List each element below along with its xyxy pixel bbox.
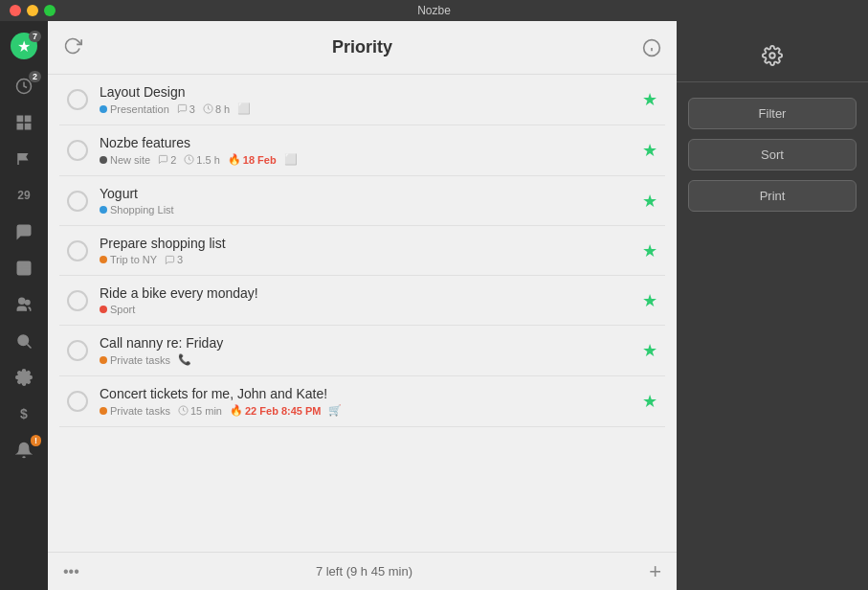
task-checkbox[interactable] (67, 290, 88, 311)
gear-icon (762, 45, 783, 66)
tasks-count: 7 left (9 h 45 min) (316, 564, 412, 579)
sidebar-item-settings[interactable] (5, 360, 43, 395)
svg-rect-6 (17, 261, 31, 275)
task-checkbox[interactable] (67, 340, 88, 361)
cart-icon: 🛒 (328, 404, 342, 417)
comment-icon (165, 255, 175, 265)
task-due: 🔥 18 Feb (228, 153, 277, 166)
project-name: Private tasks (110, 354, 170, 366)
task-item[interactable]: Concert tickets for me, John and Kate! P… (59, 376, 665, 427)
sidebar-item-search[interactable] (5, 324, 43, 358)
task-item[interactable]: Layout Design Presentation 3 8 h (59, 75, 665, 125)
more-options-button[interactable]: ••• (63, 563, 79, 580)
task-meta: Private tasks 📞 (100, 353, 634, 366)
calendar-icon: 29 (17, 189, 30, 202)
priority-badge: 7 (29, 31, 41, 42)
task-body: Layout Design Presentation 3 8 h (100, 84, 634, 115)
task-star[interactable]: ★ (642, 240, 657, 261)
sidebar-item-calendar[interactable]: 29 (5, 178, 43, 213)
task-project: Sport (100, 304, 135, 315)
task-project: New site (100, 154, 150, 166)
task-item[interactable]: Ride a bike every monday! Sport ★ (59, 276, 665, 326)
content-footer: ••• 7 left (9 h 45 min) + (48, 552, 677, 590)
right-panel: Filter Sort Print (677, 21, 868, 590)
svg-point-12 (18, 335, 29, 346)
sidebar-item-priority[interactable]: ★ 7 (5, 29, 43, 63)
project-name: Shopping List (110, 204, 174, 216)
time-value: 8 h (215, 103, 230, 115)
task-item[interactable]: Prepare shopping list Trip to NY 3 ★ (59, 226, 665, 276)
task-star[interactable]: ★ (642, 391, 657, 412)
svg-rect-1 (17, 116, 22, 121)
task-body: Concert tickets for me, John and Kate! P… (100, 386, 634, 417)
notifications-icon (15, 442, 33, 459)
comment-count: 3 (177, 254, 183, 265)
task-meta: Private tasks 15 min 🔥 22 Feb 8:45 PM 🛒 (100, 404, 634, 417)
payments-icon: $ (20, 406, 28, 421)
svg-point-21 (769, 53, 775, 58)
titlebar: Nozbe (0, 0, 868, 21)
project-name: Presentation (110, 103, 169, 115)
task-item[interactable]: Yogurt Shopping List ★ (59, 176, 665, 226)
task-checkbox[interactable] (67, 391, 88, 412)
traffic-lights (10, 5, 56, 16)
sidebar-item-notifications[interactable]: ! (5, 433, 43, 467)
close-button[interactable] (10, 5, 21, 16)
phone-icon: 📞 (178, 353, 191, 366)
filter-button[interactable]: Filter (688, 98, 857, 129)
task-title: Layout Design (100, 84, 634, 100)
sidebar-item-team[interactable] (5, 287, 43, 322)
task-star[interactable]: ★ (642, 140, 657, 161)
project-name: Trip to NY (110, 254, 157, 265)
clock-icon (203, 103, 213, 114)
task-item[interactable]: Call nanny re: Friday Private tasks 📞 ★ (59, 326, 665, 376)
sidebar-item-payments[interactable]: $ (5, 397, 43, 431)
panel-buttons: Filter Sort Print (677, 82, 868, 227)
refresh-button[interactable] (63, 36, 94, 59)
svg-rect-2 (26, 116, 31, 121)
task-star[interactable]: ★ (642, 191, 657, 212)
project-name: Private tasks (110, 405, 170, 417)
sidebar-item-reports[interactable] (5, 251, 43, 285)
task-checkbox[interactable] (67, 240, 88, 261)
info-icon (642, 38, 661, 57)
project-dot (100, 256, 107, 263)
add-task-button[interactable]: + (649, 559, 661, 584)
gear-button[interactable] (757, 40, 788, 71)
sidebar-item-labels[interactable] (5, 142, 43, 176)
task-item[interactable]: Nozbe features New site 2 1.5 h (59, 125, 665, 176)
comments-icon (15, 223, 33, 240)
task-title: Prepare shopping list (100, 236, 634, 251)
project-dot (100, 156, 107, 164)
task-checkbox[interactable] (67, 191, 88, 212)
content-header: Priority (48, 21, 677, 75)
task-checkbox[interactable] (67, 89, 88, 110)
sidebar-item-comments[interactable] (5, 215, 43, 249)
sidebar-item-inbox[interactable]: 2 (5, 69, 43, 103)
task-star[interactable]: ★ (642, 290, 657, 311)
task-meta: Sport (100, 304, 634, 315)
window-title: Nozbe (417, 4, 451, 17)
project-dot (100, 356, 107, 364)
task-list: Layout Design Presentation 3 8 h (48, 75, 677, 552)
flag-icon (15, 150, 33, 168)
sidebar: ★ 7 2 29 (0, 21, 48, 590)
minimize-button[interactable] (27, 5, 38, 16)
print-button[interactable]: Print (688, 180, 857, 212)
task-checkbox[interactable] (67, 140, 88, 161)
task-meta: New site 2 1.5 h 🔥 18 Feb (100, 153, 634, 166)
info-button[interactable] (631, 38, 661, 57)
sidebar-item-projects[interactable] (5, 105, 43, 140)
task-project: Presentation (100, 103, 169, 115)
sort-button[interactable]: Sort (688, 139, 857, 170)
task-star[interactable]: ★ (642, 340, 657, 361)
task-star[interactable]: ★ (642, 89, 657, 110)
due-date: 18 Feb (243, 154, 277, 166)
notifications-badge: ! (31, 435, 41, 446)
maximize-button[interactable] (44, 5, 56, 16)
task-body: Call nanny re: Friday Private tasks 📞 (100, 335, 634, 366)
svg-rect-4 (26, 125, 31, 129)
screen-icon: ⬜ (237, 102, 251, 115)
time-value: 1.5 h (196, 154, 219, 166)
task-title: Ride a bike every monday! (100, 285, 634, 301)
